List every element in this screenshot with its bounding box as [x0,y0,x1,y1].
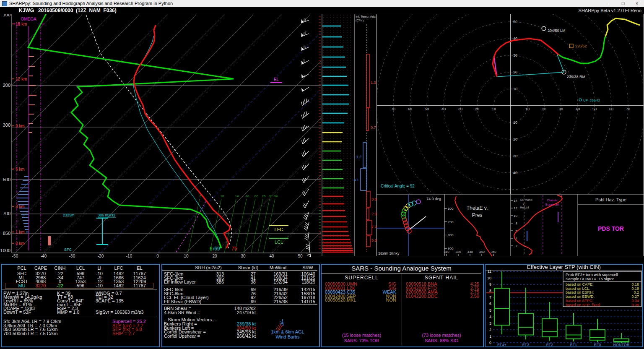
barb-full [306,246,309,247]
stp-ytick-label: 10 [487,276,491,280]
stp-category-label: EF1 [570,343,577,346]
srwind-ylabel: 2 [516,244,518,248]
lcl-label: LCL [275,240,283,245]
barb-half [306,126,307,128]
barb-pennant [301,88,304,92]
thetae-title: Pres [472,212,483,218]
wind-barb [303,201,309,208]
eff-inflow-height-label: 2325m [63,213,75,217]
sars-panel[interactable]: SARS - Sounding Analogue SystemSUPERCELL… [321,264,484,347]
minimize-button[interactable]: – [602,0,615,7]
wind-barb [302,189,309,196]
barb-full [304,18,304,22]
hodo-ring-label: 70 [626,107,630,111]
temp-adv-bar [366,108,369,130]
eff-inflow-esrh-label: 386 m2/s2 [98,213,115,217]
temp-adv-value: -1.2 [355,155,361,159]
stp-category-label: EF2 [546,343,553,346]
stp-chart-title: Effective Layer STP (with CIN) [527,265,601,270]
srwind-ylabel: 14 [514,199,517,203]
barb-full [306,99,307,102]
stp-category-label: EF3 [522,343,530,346]
barb-shaft [304,189,309,196]
thermo-index: DownT = 53F [3,310,31,314]
hodo-ring-label: 20 [542,107,546,111]
temp-axis-label: -20 [98,254,104,258]
hodo-trace-3-6km [559,36,605,63]
version-label: SHARPpy Beta v1.2.0 El Reno [579,8,641,13]
stp-ytick-label: 9 [489,282,491,286]
surface-wetbulb-label: /69 [213,246,220,252]
isotherm-line [129,15,367,253]
hodo-ring-label: 50 [425,107,429,111]
pressure-axis-label: 700 [3,211,10,216]
kinematics-panel[interactable]: SRH (m2/s2)Shear (kt)MnWindSRWSFC-1km313… [161,264,320,347]
critical-angle-label: Critical Angle = 92 [381,184,415,188]
hodo-ring-label: 40 [441,107,446,111]
isotherm-line [158,15,396,253]
temp-axis-label: -50 [12,254,18,258]
wind-barb [301,74,309,78]
temp-adv-value: 2.9 [371,212,377,216]
divider-line [162,270,317,271]
stp-category-label: EF4+ [497,343,506,346]
kinematics-row: SFC-1km31327169/31106/40 [162,272,319,276]
thetae-ylabel: 600 [448,207,454,211]
barb-full [301,128,302,131]
wind-barb [306,248,311,257]
thermo-panel[interactable]: PCLCAPECINHLCLLILFCELSFC3270-22596-10148… [1,264,160,347]
sars-match-name: 01042200.DDC [406,294,438,298]
mean-wind-marker [569,44,573,48]
station-info: KJWG 20160509/0000 (12Z NAM F036) [19,8,117,13]
srwind-ylabel: 8 [516,221,518,225]
hodo-ring-label: 30 [513,53,517,57]
isotherm-line [0,15,168,253]
stp-legend-value: 0.39 [631,303,639,307]
temp-adv-title: Inf. Temp. Adv. [356,15,376,18]
divider-line [2,317,157,317]
sars-hail-probability: SARS: 88% SIG [402,339,481,343]
thermo-col-header: EL [127,266,152,270]
stp-box [494,288,509,325]
sars-hail-header: SGFNT HAIL [402,276,481,280]
temp-adv-value: 3.6 [371,197,377,201]
stp-panel[interactable]: Effective Layer STP (with CIN)0123456789… [485,264,643,347]
wind-barb [301,99,309,106]
temp-adv-value: 0.7 [371,125,376,130]
surface-temperature-label: 75 [231,246,237,252]
close-button[interactable]: × [631,0,643,7]
surface-omega-block [48,236,51,245]
mixing-ratio-line [224,199,236,253]
stp-legend-value: 0.19 [631,286,639,291]
pressure-axis-label: 1000 [0,248,10,253]
maximize-button[interactable]: □ [617,0,629,7]
temp-axis-label: 30 [241,254,246,258]
temp-adv-bar [366,208,369,220]
graphics-canvas[interactable]: 610141822263034OMEGA+10-1015 km12 km9 km… [0,0,644,258]
titlebar[interactable]: SHARPpy: Sounding and Hodograph Analysis… [0,0,644,7]
wind-barb [301,87,309,92]
mean-wind-label: 226/52 [575,44,587,48]
kinematics-row: SFC-6km69216/39142/15 [162,287,319,292]
thetae-xlabel: 330 [467,250,473,254]
barb-full [304,138,306,142]
kinematics-row-label: Eff Shear (EBWD) [164,300,201,304]
hodo-ring-label: 10 [525,107,530,111]
mixing-ratio-label: 22 [254,194,258,198]
barb-full [304,203,306,206]
hodo-ring-label: 50 [592,107,597,111]
stp-ytick-label: 1 [489,334,491,339]
kinematics-col-header: SRH (m2/s2) [190,266,227,270]
stp-boxplot-chart[interactable]: Effective Layer STP (with CIN)0123456789… [486,265,642,346]
temp-axis-label: 20 [212,254,217,258]
slinky-ring [401,212,405,216]
barb-full [303,139,304,143]
stp-category-label: EF0 [594,343,601,346]
mixing-ratio-label: 26 [262,194,266,198]
temp-axis-label: 50 [298,254,303,258]
barb-pennant [301,60,304,64]
wind-barb [301,31,309,36]
barb-full [280,323,281,327]
thetae-xlabel: 320 [455,250,461,254]
hazard-title: Psbl Haz. Type [595,197,626,202]
